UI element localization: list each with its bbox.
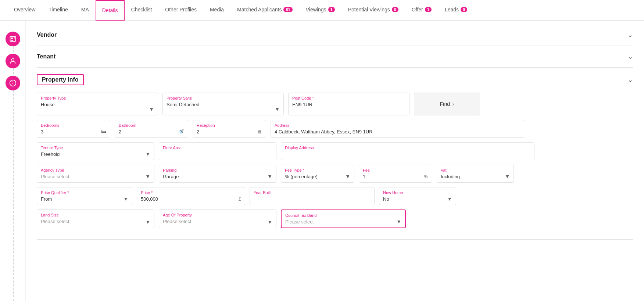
display-address-field[interactable]: Display Address — [281, 142, 534, 160]
form-row-5: Price Qualifier * From ▼ Price * 500,000… — [37, 187, 633, 205]
fee-type-value: % (percentage) — [285, 174, 350, 179]
nav-other-profiles[interactable]: Other Profiles — [158, 0, 203, 21]
age-of-property-value: Please select — [163, 219, 272, 224]
post-code-field[interactable]: Post Code * EN9 1UR — [288, 93, 409, 115]
viewings-badge: 1 — [328, 7, 335, 12]
year-built-field[interactable]: Year Built — [250, 187, 375, 205]
vendor-sidebar-icon[interactable] — [6, 32, 20, 46]
nav-offer[interactable]: Offer 1 — [405, 0, 438, 21]
info-sidebar-icon[interactable] — [6, 76, 20, 90]
age-of-property-field[interactable]: Age Of Property Please select ▼ — [159, 209, 276, 228]
fee-type-dropdown-icon[interactable]: ▼ — [345, 173, 350, 179]
property-form: Property Type House ▼ Property Style Sem… — [37, 93, 633, 228]
nav-timeline[interactable]: Timeline — [42, 0, 74, 21]
nav-potential-viewings[interactable]: Potential Viewings 0 — [341, 0, 405, 21]
fee-type-label: Fee Type * — [285, 168, 350, 172]
age-of-property-label: Age Of Property — [163, 213, 272, 217]
tenant-sidebar-icon[interactable] — [6, 54, 20, 68]
offer-badge: 1 — [425, 7, 432, 12]
nav-leads[interactable]: Leads 0 — [438, 0, 474, 21]
age-dropdown-icon[interactable]: ▼ — [267, 219, 272, 225]
parking-value: Garage — [163, 174, 272, 179]
tenant-chevron[interactable]: ⌄ — [627, 53, 633, 61]
price-suffix: £ — [239, 196, 241, 202]
tenure-type-field[interactable]: Tenure Type Freehold ▼ — [37, 142, 154, 160]
property-style-value: Semi-Detached — [167, 102, 280, 107]
reception-label: Reception — [197, 123, 262, 128]
price-value: 500,000 — [141, 196, 241, 202]
reception-field[interactable]: Reception 2 🖥 — [193, 120, 266, 138]
floor-area-label: Floor Area — [163, 146, 272, 150]
agency-dropdown-icon[interactable]: ▼ — [145, 173, 150, 179]
vendor-section: Vendor ⌄ — [37, 24, 633, 46]
new-home-value: No — [383, 196, 452, 202]
property-info-section: Property Info ⌄ Property Type House ▼ Pr… — [37, 68, 633, 240]
vat-value: Including — [441, 174, 510, 179]
property-style-dropdown-icon[interactable]: ▼ — [275, 106, 280, 112]
nav-media[interactable]: Media — [203, 0, 230, 21]
property-type-value: House — [41, 102, 154, 107]
property-info-section-header[interactable]: Property Info ⌄ — [37, 74, 633, 85]
council-tax-band-field[interactable]: Council Tax Band Please select ▼ — [281, 209, 406, 228]
address-field[interactable]: Address 4 Caldbeck, Waltham Abbey, Essex… — [271, 120, 524, 138]
nav-ma[interactable]: MA — [75, 0, 96, 21]
fee-type-field[interactable]: Fee Type * % (percentage) ▼ — [281, 165, 354, 183]
land-size-field[interactable]: Land Size Please select ▼ — [37, 209, 154, 228]
matched-applicants-badge: 81 — [283, 7, 292, 12]
agency-type-field[interactable]: Agency Type Please select ▼ — [37, 165, 154, 183]
vat-dropdown-icon[interactable]: ▼ — [505, 173, 510, 179]
bathroom-value: 2 — [119, 129, 184, 135]
content-area: Vendor ⌄ Tenant ⌄ Property Info ⌄ Proper… — [26, 21, 644, 301]
nav-overview[interactable]: Overview — [7, 0, 42, 21]
svg-point-4 — [11, 58, 14, 61]
vat-field[interactable]: Vat Including ▼ — [437, 165, 514, 183]
price-qualifier-field[interactable]: Price Qualifier * From ▼ — [37, 187, 132, 205]
form-row-3: Tenure Type Freehold ▼ Floor Area Displa… — [37, 142, 633, 160]
bedrooms-field[interactable]: Bedrooms 3 🛏 — [37, 120, 110, 138]
fee-suffix: % — [424, 174, 428, 179]
vendor-section-header[interactable]: Vendor ⌄ — [37, 31, 633, 39]
vendor-chevron[interactable]: ⌄ — [627, 31, 633, 39]
reception-value: 2 — [197, 129, 262, 135]
land-size-value: Please select — [41, 219, 150, 224]
address-value: 4 Caldbeck, Waltham Abbey, Essex, EN9 1U… — [275, 129, 520, 135]
tenant-section-header[interactable]: Tenant ⌄ — [37, 53, 633, 61]
property-style-field[interactable]: Property Style Semi-Detached ▼ — [162, 93, 284, 115]
tenant-section: Tenant ⌄ — [37, 46, 633, 68]
new-home-dropdown-icon[interactable]: ▼ — [447, 196, 452, 202]
post-code-label: Post Code * — [292, 96, 405, 100]
post-code-value: EN9 1UR — [292, 102, 405, 107]
nav-details[interactable]: Details — [96, 0, 125, 21]
floor-area-field[interactable]: Floor Area — [159, 142, 276, 160]
property-info-title: Property Info — [37, 74, 84, 85]
council-tax-dropdown-icon[interactable]: ▼ — [396, 219, 401, 225]
bedrooms-value: 3 — [41, 129, 106, 135]
property-type-label: Property Type — [41, 96, 154, 100]
address-label: Address — [275, 123, 520, 128]
new-home-label: New Home — [383, 190, 452, 195]
property-type-field[interactable]: Property Type House ▼ — [37, 93, 158, 115]
find-button[interactable]: Find › — [414, 93, 480, 115]
parking-field[interactable]: Parking Garage ▼ — [159, 165, 276, 183]
tenure-dropdown-icon[interactable]: ▼ — [145, 151, 150, 157]
nav-viewings[interactable]: Viewings 1 — [299, 0, 341, 21]
nav-matched-applicants[interactable]: Matched Applicants 81 — [230, 0, 299, 21]
form-row-1: Property Type House ▼ Property Style Sem… — [37, 93, 633, 115]
agency-type-value: Please select — [41, 174, 150, 179]
bath-icon: 🚿 — [178, 129, 184, 135]
parking-dropdown-icon[interactable]: ▼ — [267, 173, 272, 179]
year-built-label: Year Built — [254, 190, 371, 195]
price-qualifier-dropdown-icon[interactable]: ▼ — [123, 196, 128, 202]
top-navigation: Overview Timeline MA Details Checklist O… — [0, 0, 644, 21]
fee-field[interactable]: Fee 1 % — [359, 165, 432, 183]
new-home-field[interactable]: New Home No ▼ — [379, 187, 456, 205]
price-field[interactable]: Price * 500,000 £ — [137, 187, 245, 205]
bathroom-field[interactable]: Bathroom 2 🚿 — [115, 120, 188, 138]
reception-icon: 🖥 — [257, 129, 262, 135]
tenure-type-value: Freehold — [41, 151, 150, 157]
land-size-dropdown-icon[interactable]: ▼ — [145, 219, 150, 225]
property-info-chevron[interactable]: ⌄ — [627, 76, 633, 84]
nav-checklist[interactable]: Checklist — [125, 0, 159, 21]
property-type-dropdown-icon[interactable]: ▼ — [149, 106, 154, 112]
tenant-title: Tenant — [37, 53, 56, 60]
